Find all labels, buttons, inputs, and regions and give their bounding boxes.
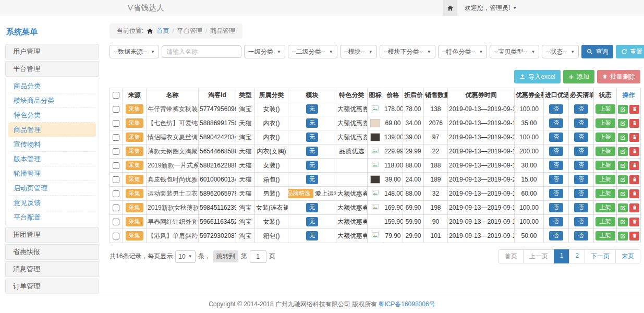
delete-button[interactable] [629, 218, 639, 226]
must-buy-toggle[interactable]: 否 [574, 203, 588, 212]
level2-category-select[interactable]: --二级分类--▼ [288, 45, 337, 58]
delete-button[interactable] [629, 133, 639, 142]
row-checkbox[interactable] [113, 120, 119, 127]
import-excel-button[interactable]: 导入excel [514, 70, 561, 83]
sidebar-group-平台管理[interactable]: 平台管理 [5, 61, 99, 77]
batch-delete-button[interactable]: 批量删除 [597, 70, 640, 83]
page-button-末页[interactable]: 末页 [615, 249, 640, 263]
sidebar-group-省惠快报[interactable]: 省惠快报 [5, 244, 99, 260]
home-button[interactable] [443, 0, 457, 16]
edit-button[interactable] [618, 147, 628, 156]
edit-button[interactable] [618, 161, 628, 170]
row-checkbox[interactable] [113, 148, 119, 155]
row-checkbox[interactable] [113, 134, 119, 141]
row-checkbox[interactable] [113, 176, 119, 183]
edit-button[interactable] [618, 203, 628, 212]
sidebar-item-商品管理[interactable]: 商品管理 [8, 123, 96, 137]
level1-category-select[interactable]: 一级分类▼ [244, 45, 285, 58]
sidebar-item-意见反馈[interactable]: 意见反馈 [8, 196, 96, 210]
status-toggle[interactable]: 上架 [596, 147, 615, 156]
edit-button[interactable] [618, 232, 628, 240]
import-select-toggle[interactable]: 否 [549, 118, 563, 128]
edit-button[interactable] [618, 218, 628, 226]
status-toggle[interactable]: 上架 [596, 161, 615, 170]
sidebar-item-版本管理[interactable]: 版本管理 [8, 152, 96, 166]
icp-link[interactable]: 粤ICP备16098006号 [378, 300, 435, 309]
row-checkbox[interactable] [113, 162, 119, 169]
edit-button[interactable] [618, 189, 628, 198]
sidebar-group-消息管理[interactable]: 消息管理 [5, 261, 99, 277]
sidebar-group-订单管理[interactable]: 订单管理 [5, 279, 99, 294]
name-input[interactable] [162, 45, 241, 58]
status-toggle[interactable]: 上架 [596, 231, 615, 240]
import-select-toggle[interactable]: 否 [549, 147, 563, 156]
breadcrumb-item-platform[interactable]: 平台管理 [177, 27, 202, 35]
must-buy-toggle[interactable]: 否 [574, 189, 588, 198]
import-select-toggle[interactable]: 否 [549, 104, 563, 114]
sidebar-item-启动页管理[interactable]: 启动页管理 [8, 181, 96, 196]
user-menu[interactable]: 欢迎您，管理员! ▼ [465, 4, 637, 13]
feature-category-select[interactable]: --特色分类--▼ [438, 45, 488, 58]
sidebar-item-宣传物料[interactable]: 宣传物料 [8, 137, 96, 152]
delete-button[interactable] [629, 232, 639, 240]
status-toggle[interactable]: 上架 [596, 189, 615, 198]
reset-button[interactable]: 重置 [616, 45, 644, 58]
delete-button[interactable] [629, 189, 639, 198]
delete-button[interactable] [629, 105, 639, 114]
edit-button[interactable] [618, 105, 628, 114]
page-button-首页[interactable]: 首页 [499, 249, 524, 263]
import-select-toggle[interactable]: 否 [549, 161, 563, 170]
row-checkbox[interactable] [113, 106, 119, 113]
edit-button[interactable] [618, 133, 628, 142]
status-toggle[interactable]: 上架 [596, 217, 615, 226]
delete-button[interactable] [629, 147, 639, 156]
per-page-select[interactable]: 10 ▼ [175, 250, 195, 263]
page-button-1[interactable]: 1 [554, 249, 570, 263]
jump-button[interactable]: 跳转到 [213, 250, 238, 262]
import-select-toggle[interactable]: 否 [549, 189, 563, 198]
item-type-select[interactable]: --宝贝类型--▼ [490, 45, 539, 58]
sidebar-item-平台配置[interactable]: 平台配置 [8, 210, 96, 224]
status-toggle[interactable]: 上架 [596, 104, 615, 114]
module-sub-category-select[interactable]: --模块下分类--▼ [380, 45, 435, 58]
import-select-toggle[interactable]: 否 [549, 203, 563, 212]
sidebar-item-特色分类[interactable]: 特色分类 [8, 108, 96, 123]
status-toggle[interactable]: 上架 [596, 203, 615, 212]
must-buy-toggle[interactable]: 否 [574, 217, 588, 226]
sidebar-item-轮播管理[interactable]: 轮播管理 [8, 166, 96, 181]
module-select[interactable]: --模块--▼ [340, 45, 377, 58]
row-checkbox[interactable] [113, 190, 119, 197]
status-select[interactable]: --状态--▼ [542, 45, 579, 58]
edit-button[interactable] [618, 175, 628, 184]
delete-button[interactable] [629, 161, 639, 170]
breadcrumb-home-link[interactable]: 首页 [156, 27, 169, 35]
page-button-上一页[interactable]: 上一页 [523, 249, 554, 263]
status-toggle[interactable]: 上架 [596, 175, 615, 184]
import-select-toggle[interactable]: 否 [549, 231, 563, 240]
sidebar-group-拼团管理[interactable]: 拼团管理 [5, 227, 99, 243]
row-checkbox[interactable] [113, 219, 119, 225]
import-select-toggle[interactable]: 否 [549, 217, 563, 226]
row-checkbox[interactable] [113, 204, 119, 211]
add-button[interactable]: 添加 [563, 70, 594, 83]
status-toggle[interactable]: 上架 [596, 118, 615, 128]
must-buy-toggle[interactable]: 否 [574, 118, 588, 128]
must-buy-toggle[interactable]: 否 [574, 104, 588, 114]
page-button-2[interactable]: 2 [569, 249, 585, 263]
must-buy-toggle[interactable]: 否 [574, 147, 588, 156]
sidebar-item-商品分类[interactable]: 商品分类 [8, 79, 96, 93]
breadcrumb-item-goods[interactable]: 商品管理 [210, 27, 235, 35]
row-checkbox[interactable] [113, 233, 119, 239]
data-source-select[interactable]: --数据来源--▼ [110, 45, 159, 58]
status-toggle[interactable]: 上架 [596, 133, 615, 142]
must-buy-toggle[interactable]: 否 [574, 231, 588, 240]
delete-button[interactable] [629, 175, 639, 184]
sidebar-item-模块商品分类[interactable]: 模块商品分类 [8, 93, 96, 108]
delete-button[interactable] [629, 203, 639, 212]
must-buy-toggle[interactable]: 否 [574, 161, 588, 170]
search-button[interactable]: 查询 [581, 45, 613, 58]
import-select-toggle[interactable]: 否 [549, 175, 563, 184]
delete-button[interactable] [629, 119, 639, 128]
jump-page-input[interactable] [250, 250, 266, 263]
select-all-checkbox[interactable] [113, 92, 119, 99]
